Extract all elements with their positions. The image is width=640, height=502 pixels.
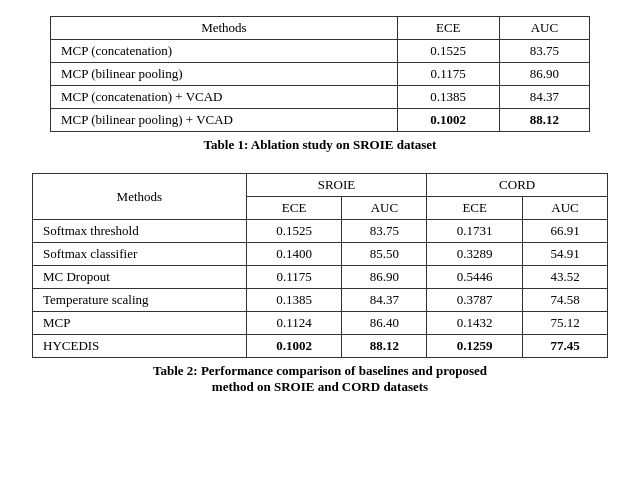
table2-row-cell: 0.1259 — [427, 335, 523, 358]
table2-row-cell: 0.1002 — [246, 335, 342, 358]
table1-header-ece: ECE — [397, 17, 499, 40]
table2-row-cell: 84.37 — [342, 289, 427, 312]
table1-row-ece: 0.1175 — [397, 63, 499, 86]
table2-row-cell: 77.45 — [523, 335, 608, 358]
table1-row-method: MCP (bilinear pooling) — [51, 63, 398, 86]
table2-subheader-cord-ece: ECE — [427, 197, 523, 220]
table2-row-cell: 0.1124 — [246, 312, 342, 335]
table2-row-cell: 86.40 — [342, 312, 427, 335]
table2-row-cell: 0.1385 — [246, 289, 342, 312]
table1-row-method: MCP (bilinear pooling) + VCAD — [51, 109, 398, 132]
table1-row-ece: 0.1002 — [397, 109, 499, 132]
table2-header-cord: CORD — [427, 174, 608, 197]
table1-row-method: MCP (concatenation) — [51, 40, 398, 63]
table1-row-auc: 88.12 — [499, 109, 589, 132]
table2-row-cell: 43.52 — [523, 266, 608, 289]
table2-row-cell: 0.3787 — [427, 289, 523, 312]
table1-row-ece: 0.1385 — [397, 86, 499, 109]
table2-row-cell: 0.1400 — [246, 243, 342, 266]
table2-subheader-sroie-auc: AUC — [342, 197, 427, 220]
table2-row-cell: 74.58 — [523, 289, 608, 312]
table2-row-cell: 86.90 — [342, 266, 427, 289]
table2-header-sroie: SROIE — [246, 174, 427, 197]
table1-row-auc: 86.90 — [499, 63, 589, 86]
table2-row-cell: MCP — [33, 312, 247, 335]
table2-subheader-sroie-ece: ECE — [246, 197, 342, 220]
table2-row-cell: 83.75 — [342, 220, 427, 243]
table1-header-auc: AUC — [499, 17, 589, 40]
table2-row-cell: 0.1175 — [246, 266, 342, 289]
table2-row-cell: HYCEDIS — [33, 335, 247, 358]
table2-row-cell: Softmax threshold — [33, 220, 247, 243]
table2-row-cell: 0.1525 — [246, 220, 342, 243]
table2-row-cell: 54.91 — [523, 243, 608, 266]
table1-container: Methods ECE AUC MCP (concatenation)0.152… — [20, 16, 620, 165]
table1-row-ece: 0.1525 — [397, 40, 499, 63]
table2-row-cell: 0.1432 — [427, 312, 523, 335]
table2: Methods SROIE CORD ECE AUC ECE AUC Softm… — [32, 173, 608, 358]
table2-container: Methods SROIE CORD ECE AUC ECE AUC Softm… — [20, 173, 620, 395]
table2-header-methods: Methods — [33, 174, 247, 220]
table2-row-cell: Temperature scaling — [33, 289, 247, 312]
table1-row-auc: 83.75 — [499, 40, 589, 63]
table1-caption: Table 1: Ablation study on SROIE dataset — [20, 137, 620, 153]
table1-row-auc: 84.37 — [499, 86, 589, 109]
table2-row-cell: MC Dropout — [33, 266, 247, 289]
table2-row-cell: 88.12 — [342, 335, 427, 358]
table2-row-cell: 85.50 — [342, 243, 427, 266]
table2-row-cell: 75.12 — [523, 312, 608, 335]
table2-row-cell: 66.91 — [523, 220, 608, 243]
table2-row-cell: Softmax classifier — [33, 243, 247, 266]
table2-row-cell: 0.3289 — [427, 243, 523, 266]
table2-caption: Table 2: Performance comparison of basel… — [20, 363, 620, 395]
table2-row-cell: 0.1731 — [427, 220, 523, 243]
table2-subheader-cord-auc: AUC — [523, 197, 608, 220]
table2-row-cell: 0.5446 — [427, 266, 523, 289]
table1-header-methods: Methods — [51, 17, 398, 40]
table1: Methods ECE AUC MCP (concatenation)0.152… — [50, 16, 590, 132]
table1-row-method: MCP (concatenation) + VCAD — [51, 86, 398, 109]
